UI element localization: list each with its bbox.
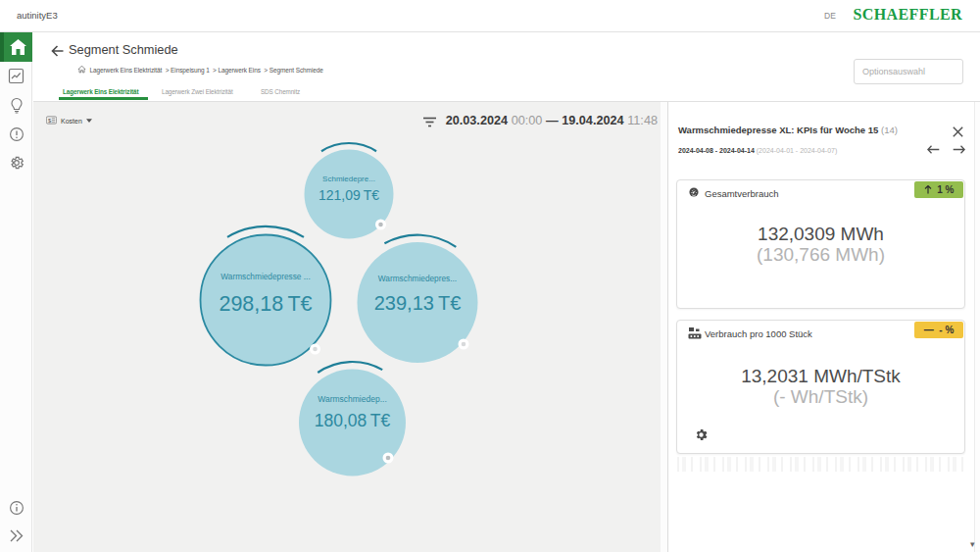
svg-text:Warmschmiedepresse ...: Warmschmiedepresse ... (220, 272, 310, 281)
svg-text:180,08 T€: 180,08 T€ (315, 411, 391, 430)
svg-text:Warmschmiedepres...: Warmschmiedepres... (378, 274, 457, 283)
svg-text:Warmschmiedep...: Warmschmiedep... (318, 394, 387, 404)
svg-text:239,13 T€: 239,13 T€ (374, 292, 462, 314)
svg-text:Schmiedepre...: Schmiedepre... (322, 175, 375, 183)
svg-text:121,09 T€: 121,09 T€ (318, 187, 379, 203)
svg-text:298,18 T€: 298,18 T€ (219, 292, 312, 316)
